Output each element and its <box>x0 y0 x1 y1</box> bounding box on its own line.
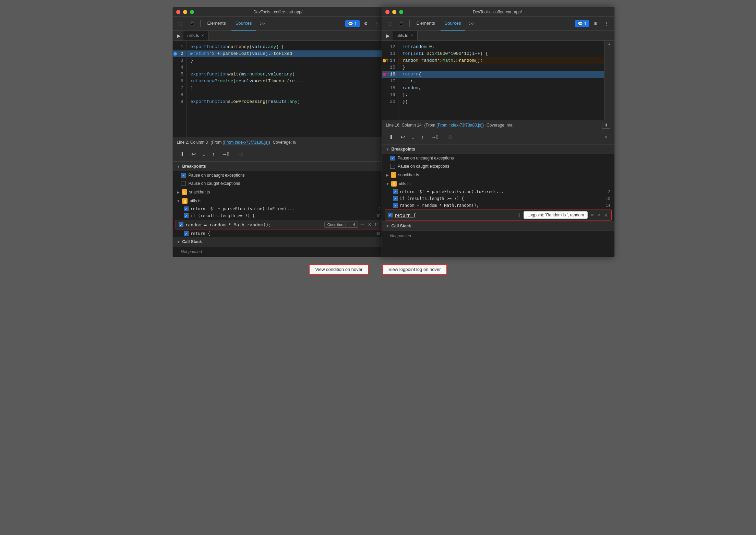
bp-line-3-left: 16 <box>376 231 380 236</box>
step-out-btn-left[interactable]: ↑ <box>210 150 217 159</box>
title-bar-left: DevTools - coffee-cart.app/ <box>173 7 385 17</box>
deactivate-btn-right[interactable]: ⊘ <box>446 132 455 142</box>
file-close-right[interactable]: ✕ <box>410 34 413 37</box>
minimize-button-left[interactable] <box>183 10 187 14</box>
continue-btn-right[interactable]: →⃒ <box>429 133 441 142</box>
status-link-right[interactable]: (From index-73f73a80.js) <box>436 123 482 128</box>
step-out-btn-right[interactable]: ↑ <box>419 133 426 142</box>
bp-cb-r0[interactable]: ✓ <box>393 189 398 194</box>
pause-uncaught-cb-left[interactable]: ✓ <box>181 173 186 178</box>
bp-item-left-0: ✓ return '$' + parseFloat(value).toFixed… <box>173 205 385 212</box>
bp-cb-r3[interactable]: ✓ <box>388 213 393 217</box>
bp-cb-2-left[interactable]: ✓ <box>179 222 183 227</box>
title-bar-right: DevTools - coffee-cart.app/ <box>382 7 614 17</box>
tab-elements-right[interactable]: Elements <box>412 17 439 31</box>
line-numbers-right: 12 13 ? 14 15 ••16 17 18 <box>382 41 398 120</box>
delete-bp-btn-right[interactable]: ✕ <box>597 212 602 218</box>
inspect-icon[interactable]: ⬚ <box>176 20 185 27</box>
pause-resume-btn-right[interactable]: ⏸ <box>386 133 396 142</box>
pause-caught-cb-left[interactable] <box>181 181 186 186</box>
edit-bp-btn-right[interactable]: ✏ <box>590 212 595 218</box>
minimize-button-right[interactable] <box>392 10 396 14</box>
more-debug-right[interactable]: » <box>602 133 610 141</box>
sidebar-toggle-right[interactable]: ▶ <box>383 32 393 40</box>
bp-actions-right: ✏ ✕ <box>590 212 602 218</box>
callstack-label-right: Call Stack <box>391 224 411 228</box>
snackbar-file-header-left[interactable]: ▶ {} snackbar.ts <box>173 188 385 197</box>
step-over-btn-right[interactable]: ↩ <box>398 132 407 142</box>
code-line-3: } <box>187 57 385 64</box>
chat-button-left[interactable]: 💬 1 <box>345 20 360 27</box>
triangle-icon-left: ▼ <box>177 165 180 168</box>
callstack-header-right[interactable]: ▼ Call Stack <box>382 221 614 231</box>
more-icon-right[interactable]: ⋮ <box>602 20 612 27</box>
bp-item-left-highlighted: ✓ random = random * Math.random(); Condi… <box>176 220 382 229</box>
chat-button-right[interactable]: 💬 1 <box>575 20 589 27</box>
code-editor-right: 12 13 ? 14 15 ••16 17 18 <box>382 41 614 120</box>
bp-cb-0-left[interactable]: ✓ <box>184 206 189 211</box>
pause-resume-btn-left[interactable]: ⏸ <box>177 150 187 159</box>
file-tab-utils-right[interactable]: utils.ts ✕ <box>393 31 418 40</box>
bp-cb-r1[interactable]: ✓ <box>393 196 398 201</box>
sidebar-toggle-left[interactable]: ▶ <box>174 32 183 40</box>
bp-cb-1-left[interactable]: ✓ <box>184 213 189 218</box>
file-close-left[interactable]: ✕ <box>201 34 204 37</box>
breakpoints-header-left[interactable]: ▼ Breakpoints <box>173 162 385 171</box>
maximize-button-right[interactable] <box>399 10 403 14</box>
rln-18: 18 <box>382 85 398 92</box>
breakpoints-header-right[interactable]: ▼ Breakpoints <box>382 145 614 154</box>
rcode-12: let random = 0; <box>398 44 604 50</box>
maximize-button-left[interactable] <box>190 10 194 14</box>
deactivate-btn-left[interactable]: ⊘ <box>237 150 245 159</box>
step-into-btn-left[interactable]: ↓ <box>201 150 207 159</box>
rln-13: 13 <box>382 50 398 57</box>
bp-cb-r2[interactable]: ✓ <box>393 203 398 208</box>
bp-line-r3: 16 <box>604 213 608 217</box>
edit-bp-btn-left[interactable]: ✏ <box>360 222 365 227</box>
device-icon-right[interactable]: 📱 <box>396 20 407 27</box>
settings-icon-left[interactable]: ⚙ <box>361 20 371 27</box>
check-icon-left: ✓ <box>182 174 185 177</box>
rln-12: 12 <box>382 44 398 50</box>
status-link-left[interactable]: (From index-73f73a80.js) <box>223 140 269 145</box>
device-icon[interactable]: 📱 <box>187 20 197 27</box>
console-drawer-toggle[interactable]: ⬇ <box>602 122 610 129</box>
tab-sources-right[interactable]: Sources <box>441 17 465 31</box>
settings-icon-right[interactable]: ⚙ <box>591 20 600 27</box>
file-tab-utils-left[interactable]: utils.ts ✕ <box>183 31 208 40</box>
status-coverage-left: Coverage: n/ <box>273 140 297 145</box>
delete-bp-btn-left[interactable]: ✕ <box>367 222 372 227</box>
snackbar-file-header-right[interactable]: ▶ {} snackbar.ts <box>382 170 614 179</box>
bp-cb-3-left[interactable]: ✓ <box>184 231 189 236</box>
pause-caught-cb-right[interactable] <box>390 164 395 169</box>
utils-file-header-right[interactable]: ▼ {} utils.ts <box>382 179 614 188</box>
status-from-left: (From (From index-73f73a80.js)) <box>211 140 270 145</box>
step-over-btn-left[interactable]: ↩ <box>189 150 198 159</box>
snackbar-triangle-left: ▶ <box>177 190 180 194</box>
tab-more-left[interactable]: >> <box>257 20 268 27</box>
more-icon-left[interactable]: ⋮ <box>372 20 382 27</box>
step-into-btn-right[interactable]: ↓ <box>410 133 417 142</box>
file-tab-bar-right: ▶ utils.ts ✕ <box>382 31 614 41</box>
callstack-header-left[interactable]: ▼ Call Stack <box>173 237 385 247</box>
continue-btn-left[interactable]: →⃒ <box>220 150 231 159</box>
bp-line-r1: 10 <box>606 197 610 201</box>
inspect-icon-right[interactable]: ⬚ <box>385 20 394 27</box>
tab-elements-left[interactable]: Elements <box>203 17 230 31</box>
tab-more-right[interactable]: >> <box>466 20 477 27</box>
utils-file-header-left[interactable]: ▼ {} utils.ts <box>173 197 385 205</box>
pause-uncaught-cb-right[interactable]: ✓ <box>390 156 395 160</box>
annotation-right: View logpoint log on hover <box>382 264 447 275</box>
annotations-row: View condition on hover View logpoint lo… <box>309 264 447 275</box>
bp-code-3-left: return { <box>191 231 374 236</box>
code-line-6: return new Promise(resolve => setTimeout… <box>187 78 385 85</box>
close-button-right[interactable] <box>385 10 389 14</box>
close-button-left[interactable] <box>176 10 180 14</box>
code-line-4 <box>187 64 385 71</box>
code-line-8 <box>187 92 385 98</box>
file-name-left: utils.ts <box>188 33 199 38</box>
tab-sources-left[interactable]: Sources <box>231 17 256 31</box>
rln-15: 15 <box>382 64 398 71</box>
utils-icon-right: {} <box>391 181 397 187</box>
callstack-triangle-right: ▼ <box>386 224 389 228</box>
